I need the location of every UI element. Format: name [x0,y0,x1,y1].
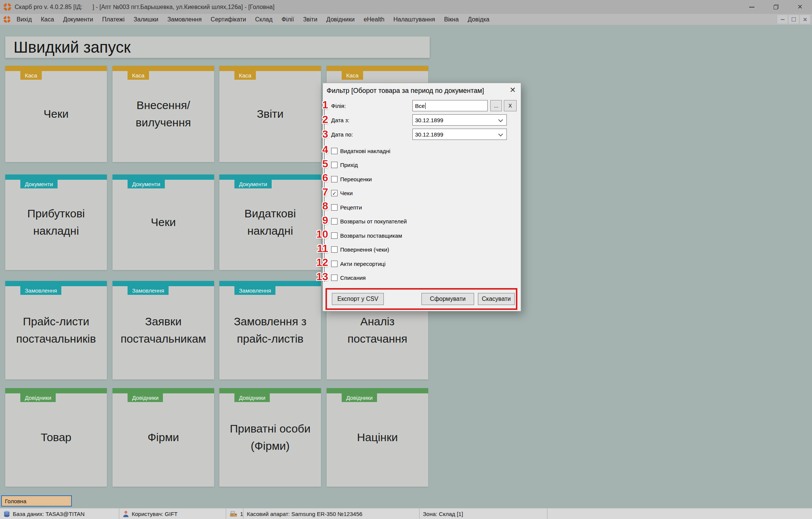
checkbox-unchecked[interactable] [331,261,338,267]
page-title: Швидкий запуск [5,36,430,58]
checkbox-label[interactable]: Списания [340,275,366,281]
mdi-window-controls: ✕ [777,15,810,24]
menu-item[interactable]: Філії [277,16,298,23]
quick-launch-tile[interactable]: ДокументиЧеки [113,175,214,270]
menu-item[interactable]: Сертифікати [206,16,251,23]
annotation-number: 10 [300,228,328,240]
checkbox-unchecked[interactable] [331,162,338,168]
filia-clear-button[interactable]: X [504,100,517,111]
filia-input[interactable]: Все [412,100,488,111]
tab-home[interactable]: Головна [1,495,72,507]
filia-browse-button[interactable]: ... [490,100,502,111]
checkbox-unchecked[interactable] [331,176,338,182]
status-text: 1 [240,511,243,517]
annotation-number: 1 [300,99,328,111]
menu-item[interactable]: Склад [251,16,277,23]
checkbox-label[interactable]: Рецепти [340,204,362,211]
quick-launch-tile[interactable]: ЗамовленняПрайс-листи постачальників [5,281,107,379]
menu-logo-icon [3,16,11,23]
minimize-icon[interactable] [740,0,764,14]
date-from-select[interactable]: 30.12.1899 [412,114,507,126]
menu-item[interactable]: Довідка [463,16,494,23]
checkbox-label[interactable]: Повернення (чеки) [340,246,389,253]
status-text: Касовий апарат: Samsung ER-350 №123456 [247,511,362,517]
checkbox-unchecked[interactable] [331,275,338,281]
checkbox-unchecked[interactable] [331,204,338,211]
menu-item[interactable]: Документи [59,16,98,23]
checkbox-label[interactable]: Прихід [340,162,358,168]
checkbox-label[interactable]: Возвраты поставщикам [340,232,402,239]
checkbox-unchecked[interactable] [331,218,338,225]
dialog-title: Фильтр [Оборот товара за период по докум… [327,87,484,95]
tile-label: Замовлення з прайс-листів [219,281,321,379]
checkbox-unchecked[interactable] [331,148,338,154]
tile-label: Прибуткові накладні [5,175,107,270]
checkbox-label[interactable]: Чеки [340,190,353,196]
checkbox-unchecked[interactable] [331,232,338,239]
quick-launch-tile[interactable]: КасаЧеки [5,66,107,162]
menu-item[interactable]: Довідники [322,16,359,23]
tile-label: Внесення/вилучення [113,66,214,162]
checkbox-unchecked[interactable] [331,246,338,253]
quick-launch-tile[interactable]: ЗамовленняЗаявки постачальникам [113,281,214,379]
mdi-minimize-icon[interactable] [777,15,788,24]
menu-item[interactable]: eHealth [359,16,389,23]
quick-launch-tile[interactable]: ДовідникиПриватні особи (Фірми) [219,388,321,487]
checkbox-label[interactable]: Переоценки [340,176,372,182]
menu-item[interactable]: Замовлення [163,16,206,23]
text-caret [425,103,426,109]
menu-items: ВихідКасаДокументиПлатежіЗалишкиЗамовлен… [12,16,494,23]
dialog-title-bar[interactable]: Фильтр [Оборот товара за период по докум… [323,83,521,98]
checkbox-row: Повернення (чеки) [331,246,389,253]
checkbox-label[interactable]: Возвраты от покупателей [340,218,407,225]
status-bar: База даних: TASA3@TITANКористувач: GIFT1… [0,508,812,519]
quick-launch-tile[interactable]: ЗамовленняЗамовлення з прайс-листів [219,281,321,379]
checkbox-label[interactable]: Акти пересортиці [340,261,386,267]
annotation-number: 6 [300,172,328,184]
annotation-number: 9 [300,214,328,226]
date-to-value: 30.12.1899 [415,131,443,138]
quick-launch-tile[interactable]: ДовідникиТовар [5,388,107,487]
menu-item[interactable]: Налаштування [389,16,440,23]
checkbox-row: Прихід [331,161,358,169]
tile-label: Чеки [113,175,214,270]
tile-label: Прайс-листи постачальників [5,281,107,379]
tile-label: Фірми [113,388,214,487]
annotation-number: 5 [300,158,328,170]
annotation-number: 7 [300,186,328,198]
quick-launch-tile[interactable]: ДокументиПрибуткові накладні [5,175,107,270]
quick-launch-tile[interactable]: КасаВнесення/вилучення [113,66,214,162]
title-bar: Скарб pro v. 4.0.2.85 [ІД: ] - [Апт №003… [0,0,812,14]
tile-label: Чеки [5,66,107,162]
annotation-number: 2 [300,114,328,126]
dialog-close-icon[interactable]: ✕ [509,85,516,94]
date-to-select[interactable]: 30.12.1899 [412,129,507,140]
mdi-restore-icon[interactable] [789,15,799,24]
date-to-row: Дата по: 30.12.1899 [323,129,521,140]
restore-icon[interactable] [764,0,788,14]
annotation-number: 3 [300,128,328,140]
quick-launch-tile[interactable]: ДовідникиНацінки [327,388,428,487]
chevron-down-icon [498,117,503,122]
annotation-number: 8 [300,200,328,212]
mdi-close-icon[interactable]: ✕ [800,15,810,24]
menu-item[interactable]: Звіти [298,16,322,23]
mdi-restore-glyph [792,17,796,21]
menu-item[interactable]: Залишки [129,16,163,23]
status-section: База даних: TASA3@TITAN [0,508,119,519]
checkbox-row: ✓Чеки [331,190,353,197]
filia-label: Філія: [331,103,346,109]
user-icon [123,510,129,517]
menu-item[interactable]: Вихід [12,16,36,23]
quick-launch-tile[interactable]: ДовідникиФірми [113,388,214,487]
status-text: База даних: TASA3@TITAN [13,511,85,517]
menu-item[interactable]: Каса [36,16,59,23]
checkbox-label[interactable]: Видаткові накладні [340,148,390,154]
menu-item[interactable]: Платежі [98,16,129,23]
close-icon[interactable]: ✕ [788,0,812,14]
checkbox-checked[interactable]: ✓ [331,190,338,196]
menu-item[interactable]: Вікна [439,16,463,23]
status-section: Зона: Склад [1] [420,508,547,519]
checkbox-row: Переоценки [331,175,372,183]
tile-label: Товар [5,388,107,487]
